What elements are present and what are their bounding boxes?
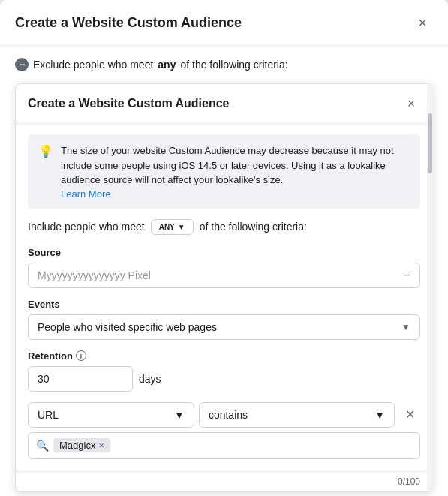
scrollbar-track[interactable] — [427, 83, 433, 492]
contains-select[interactable]: contains ▼ — [199, 402, 395, 428]
exclude-row: − Exclude people who meet any of the fol… — [15, 58, 433, 71]
tag-remove-button[interactable]: × — [98, 440, 104, 450]
char-count: 0/100 — [16, 471, 432, 491]
any-bold: any — [158, 59, 176, 71]
source-minus-icon: − — [404, 269, 410, 281]
source-select[interactable]: Myyyyyyyyyyyyyyy Pixel − — [28, 263, 420, 288]
tag-value: Madgicx — [59, 440, 95, 451]
exclude-icon: − — [15, 58, 29, 71]
outer-body: − Exclude people who meet any of the fol… — [0, 46, 448, 496]
retention-info-icon[interactable]: i — [76, 350, 86, 361]
outer-dialog: Create a Website Custom Audience × − Exc… — [0, 0, 448, 496]
outer-close-button[interactable]: × — [412, 12, 433, 33]
of-text: of the following criteria: — [200, 221, 307, 233]
events-select[interactable]: People who visited specific web pages ▼ — [28, 314, 420, 340]
criteria-row: Include people who meet ANY ▼ of the fol… — [28, 219, 420, 235]
chevron-down-icon: ▼ — [178, 223, 185, 231]
learn-more-link[interactable]: Learn More — [61, 188, 110, 200]
scrollbar-thumb — [428, 113, 432, 173]
chevron-down-icon: ▼ — [374, 409, 385, 421]
source-group: Source Myyyyyyyyyyyyyyy Pixel − — [28, 247, 420, 288]
include-text: Include people who meet — [28, 221, 145, 233]
inner-dialog-wrapper: Create a Website Custom Audience × 💡 The… — [15, 83, 433, 492]
search-icon: 🔍 — [36, 440, 49, 452]
tag-item: Madgicx × — [53, 438, 110, 452]
inner-title: Create a Website Custom Audience — [28, 97, 230, 110]
tag-input[interactable]: 🔍 Madgicx × — [28, 432, 420, 459]
events-value: People who visited specific web pages — [38, 321, 217, 333]
contains-label: contains — [209, 409, 248, 421]
chevron-down-icon: ▼ — [401, 322, 410, 332]
remove-url-button[interactable]: ✕ — [399, 404, 420, 425]
source-label: Source — [28, 247, 420, 258]
days-label: days — [139, 373, 161, 385]
exclude-text: Exclude people who meet — [33, 59, 153, 71]
url-label: URL — [38, 409, 59, 421]
criteria-text: of the following criteria: — [180, 59, 287, 71]
events-label: Events — [28, 299, 420, 310]
info-content: The size of your website Custom Audience… — [61, 143, 410, 200]
info-lightbulb-icon: 💡 — [38, 144, 53, 158]
inner-header: Create a Website Custom Audience × — [16, 84, 432, 124]
outer-title: Create a Website Custom Audience — [15, 15, 242, 31]
url-select[interactable]: URL ▼ — [28, 402, 194, 428]
retention-label: Retention i — [28, 350, 420, 362]
inner-close-button[interactable]: × — [402, 95, 420, 113]
any-select[interactable]: ANY ▼ — [151, 219, 194, 235]
inner-body: Include people who meet ANY ▼ of the fol… — [16, 219, 432, 471]
outer-header: Create a Website Custom Audience × — [0, 0, 448, 46]
retention-input[interactable] — [28, 366, 133, 392]
url-contains-row: URL ▼ contains ▼ ✕ — [28, 402, 420, 428]
events-group: Events People who visited specific web p… — [28, 299, 420, 340]
info-message: The size of your website Custom Audience… — [61, 143, 410, 188]
retention-group: Retention i days — [28, 350, 420, 392]
inner-dialog: Create a Website Custom Audience × 💡 The… — [15, 83, 433, 492]
source-value: Myyyyyyyyyyyyyyy Pixel — [38, 269, 151, 281]
chevron-down-icon: ▼ — [174, 409, 185, 421]
any-label: ANY — [159, 223, 175, 231]
retention-row: days — [28, 366, 420, 392]
info-banner: 💡 The size of your website Custom Audien… — [28, 134, 420, 209]
